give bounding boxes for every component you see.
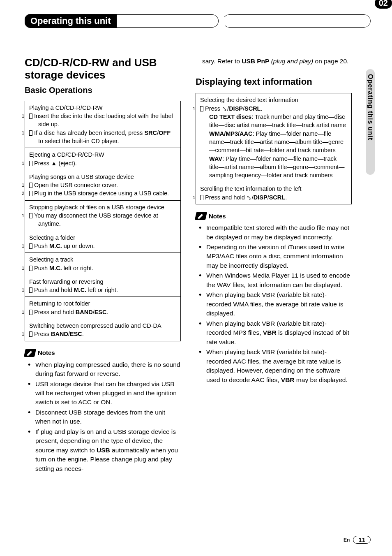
side-tab-label: Operating this unit [367,74,374,140]
return-icon: ⤣ [222,105,227,112]
step-icon: 1 [29,287,32,293]
row-title: Playing songs on a USB storage device [29,173,176,181]
row-title: Selecting the desired text information [200,96,347,104]
row-step: Press BAND/ESC. [34,331,84,337]
list-item: When playing back VBR (variable bit rate… [196,290,352,318]
row-title: Stopping playback of files on a USB stor… [29,203,176,211]
row-title: Scrolling the text information to the le… [200,185,347,193]
step-icon: 1 [29,243,32,249]
table-row: Ejecting a CD/CD-R/CD-RW 1Press ▲ (eject… [25,148,180,170]
header-rule-left [117,14,219,28]
list-item: If plug and play is on and a USB storage… [25,427,181,473]
row-title: Fast forwarding or reversing [29,278,176,286]
side-tab: Operating this unit [366,69,375,175]
row-step: Press and hold ⤣/DISP/SCRL. [205,194,287,201]
notes-header: Notes [196,212,352,220]
step-icon: 1 [29,310,32,315]
row-title: Ejecting a CD/CD-R/CD-RW [29,151,176,159]
row-title: Returning to root folder [29,299,176,308]
list-item: When Windows Media Player 11 is used to … [196,271,352,290]
notes-label: Notes [209,213,226,220]
table-row: Playing songs on a USB storage device 1O… [25,170,180,201]
step-icon: 2 [29,191,32,196]
step-icon: 1 [29,130,32,136]
row-detail: CD TEXT discs: Track number and play tim… [200,113,347,130]
step-icon: 1 [29,213,32,218]
continuation-text: sary. Refer to USB PnP (plug and play) o… [196,57,352,66]
notes-list: When playing compressed audio, there is … [25,360,181,474]
list-item: USB storage device that can be charged v… [25,380,181,407]
notes-header: Notes [25,349,181,357]
basic-ops-table: Playing a CD/CD-R/CD-RW 1Insert the disc… [25,101,181,341]
table-row: Returning to root folder 1Press and hold… [25,297,180,319]
footer-page-number: 11 [353,536,371,544]
list-item: When playing back VBR (variable bit rate… [196,348,352,385]
heading-basic-ops: Basic Operations [25,86,181,95]
list-item: Depending on the version of iTunes used … [196,243,352,270]
section-badge: Section 02 [375,0,392,9]
table-row: Selecting a folder 1Push M.C. up or down… [25,231,180,253]
row-step: Push and hold M.C. left or right. [34,287,118,293]
row-step: Push M.C. up or down. [34,243,95,249]
row-detail: WAV: Play time—folder name—file name—tra… [200,155,347,180]
row-step: Insert the disc into the disc loading sl… [34,113,173,127]
heading-text-info: Displaying text information [196,76,352,87]
header-row: Operating this unit [25,14,375,28]
step-icon: 1 [29,183,32,188]
row-detail: WMA/MP3/AAC: Play time—folder name—file … [200,130,347,155]
step-icon: 1 [200,195,203,200]
list-item: When playing compressed audio, there is … [25,360,181,379]
row-step: Plug in the USB storage device using a U… [34,190,169,197]
row-step: If a disc has already been inserted, pre… [34,130,171,144]
header-tab: Operating this unit [25,14,117,28]
header-rule-right [223,14,371,28]
page-footer: En 11 [344,536,371,544]
row-title: Playing a CD/CD-R/CD-RW [29,104,176,112]
row-title: Switching between compressed audio and C… [29,322,176,330]
row-step: Push M.C. left or right. [34,265,93,271]
step-icon: 1 [29,161,32,166]
row-step: Press and hold BAND/ESC. [34,309,108,315]
step-icon: 1 [29,266,32,271]
eject-icon: ▲ [51,160,57,167]
row-step: Press ⤣/DISP/SCRL. [205,105,263,112]
step-icon: 1 [29,331,32,337]
table-row: Stopping playback of files on a USB stor… [25,201,180,231]
left-column: CD/CD-R/CD-RW and USB storage devices Ba… [25,57,181,474]
table-row: Selecting the desired text information 1… [196,93,351,182]
table-row: Switching between compressed audio and C… [25,319,180,341]
list-item: When playing back VBR (variable bit rate… [196,319,352,347]
row-title: Selecting a folder [29,234,176,242]
footer-lang: En [344,537,350,543]
row-title: Selecting a track [29,255,176,264]
right-column: sary. Refer to USB PnP (plug and play) o… [196,57,352,474]
section-number: 02 [375,0,392,9]
list-item: Disconnect USB storage devices from the … [25,408,181,426]
notes-label: Notes [38,349,55,356]
heading-main: CD/CD-R/CD-RW and USB storage devices [25,57,181,81]
step-icon: 1 [29,114,32,119]
row-step: Press ▲ (eject). [34,160,77,167]
table-row: Scrolling the text information to the le… [196,182,351,204]
notes-list: Incompatible text stored with the audio … [196,223,352,385]
text-info-table: Selecting the desired text information 1… [196,93,352,204]
list-item: Incompatible text stored with the audio … [196,223,352,242]
return-icon: ⤣ [247,194,252,201]
table-row: Selecting a track 1Push M.C. left or rig… [25,253,180,275]
pencil-icon [24,349,36,357]
table-row: Fast forwarding or reversing 1Push and h… [25,275,180,297]
step-icon: 1 [200,106,203,111]
pencil-icon [195,212,207,220]
table-row: Playing a CD/CD-R/CD-RW 1Insert the disc… [25,101,180,148]
row-step: Open the USB connector cover. [34,182,118,188]
row-step: You may disconnect the USB storage devic… [34,212,158,227]
